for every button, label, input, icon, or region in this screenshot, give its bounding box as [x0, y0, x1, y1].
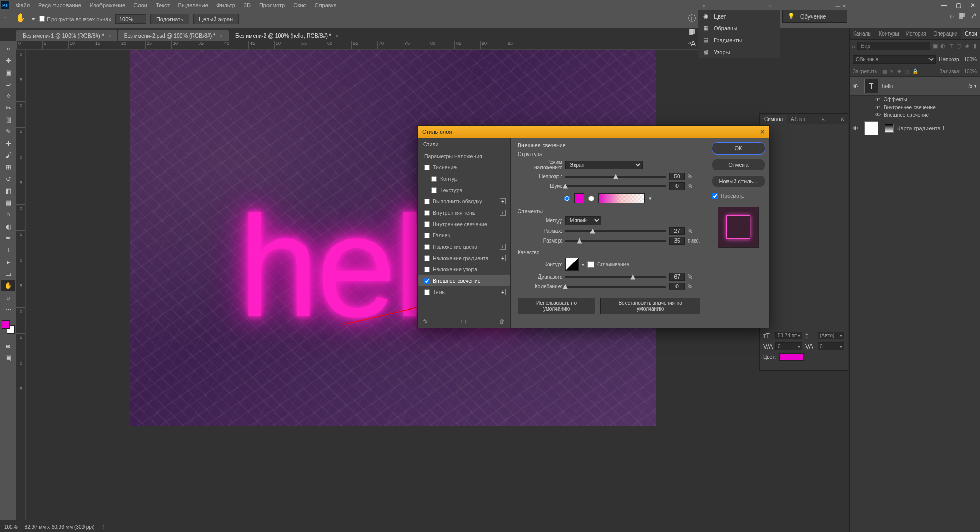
font-size-input[interactable]: 53,74 пт▾ [775, 332, 802, 339]
panel-item-swatches[interactable]: ▦ Образцы [698, 22, 780, 34]
kerning-input[interactable]: 0▾ [775, 342, 802, 350]
maximize-icon[interactable]: ▢ [951, 0, 966, 10]
search-icon[interactable]: ⌕ [950, 11, 954, 20]
foreground-color-swatch[interactable] [2, 320, 10, 329]
panel-item-color[interactable]: ◉ Цвет [698, 10, 780, 22]
noise-input[interactable] [669, 182, 685, 190]
menu-image[interactable]: Изображение [86, 1, 129, 9]
tab-paths[interactable]: Контуры [875, 29, 903, 39]
status-zoom[interactable]: 100% [4, 524, 18, 530]
style-drop-shadow-checkbox[interactable] [424, 289, 430, 295]
pen-tool[interactable]: ✒ [1, 232, 15, 244]
move-tool[interactable]: ✥ [1, 55, 15, 66]
lasso-tool[interactable]: ⊃ [1, 78, 15, 90]
style-pattern-overlay[interactable]: Наложение узора [418, 264, 510, 275]
tab-paragraph[interactable]: Абзац [787, 115, 809, 124]
style-gradient-overlay[interactable]: Наложение градиента + [418, 252, 510, 264]
spread-input[interactable] [669, 227, 685, 235]
ok-button[interactable]: ОК [712, 142, 765, 155]
blur-tool[interactable]: ○ [1, 209, 15, 220]
lock-all-icon[interactable]: 🔒 [912, 68, 918, 74]
layer-effect-outer-glow[interactable]: 👁 Внешнее свечение [850, 111, 980, 119]
fx-icon[interactable]: fx [423, 318, 428, 324]
collapse-icon[interactable]: » [703, 3, 706, 10]
chevron-down-icon[interactable]: ▾ [32, 15, 35, 22]
visibility-toggle-icon[interactable]: 👁 [853, 83, 861, 89]
style-pattern-overlay-checkbox[interactable] [424, 267, 430, 272]
visibility-toggle-icon[interactable]: 👁 [875, 112, 881, 118]
opacity-slider[interactable] [565, 176, 666, 178]
menu-help[interactable]: Справка [311, 1, 341, 9]
path-select-tool[interactable]: ▸ [1, 256, 15, 267]
hand-tool[interactable]: ✋ [1, 280, 15, 291]
healing-tool[interactable]: ✚ [1, 138, 15, 149]
visibility-toggle-icon[interactable]: 👁 [853, 125, 861, 131]
opacity-value[interactable]: 100% [964, 57, 977, 62]
minimize-panel-icon[interactable]: — [835, 3, 840, 9]
menu-file[interactable]: Файл [12, 1, 34, 9]
history-brush-tool[interactable]: ↺ [1, 173, 15, 184]
menu-layers[interactable]: Слои [129, 1, 151, 9]
color-swatches[interactable] [2, 320, 15, 334]
doc-tab-3[interactable]: Без имени-2 @ 100% (hello, RGB/8#) * × [229, 30, 345, 41]
menu-edit[interactable]: Редактирование [34, 1, 86, 9]
close-panel-icon[interactable]: ✕ [842, 3, 846, 9]
text-color-swatch[interactable] [779, 353, 804, 361]
range-slider[interactable] [565, 276, 666, 278]
style-outer-glow-checkbox[interactable] [424, 278, 430, 284]
filter-type-icon[interactable]: T [948, 43, 954, 49]
style-color-overlay-checkbox[interactable] [424, 244, 430, 250]
layer-name[interactable]: hello [882, 83, 968, 89]
lock-brush-icon[interactable]: ✎ [890, 68, 894, 74]
screen-mode-icon[interactable]: ▣ [1, 352, 15, 363]
layers-filter-input[interactable] [857, 42, 930, 50]
cancel-button[interactable]: Отмена [712, 159, 765, 171]
dodge-tool[interactable]: ◐ [1, 220, 15, 232]
glow-color-swatch[interactable] [574, 193, 584, 203]
close-icon[interactable]: ✕ [966, 0, 980, 10]
noise-slider[interactable] [565, 185, 666, 187]
shape-tool[interactable]: ▭ [1, 268, 15, 279]
preview-checkbox[interactable]: Просмотр [712, 193, 765, 199]
home-icon[interactable]: ⌂ [3, 15, 11, 23]
style-color-overlay[interactable]: Наложение цвета + [418, 241, 510, 252]
contour-picker[interactable] [565, 258, 579, 271]
brush-tool[interactable]: 🖌 [1, 149, 15, 161]
layer-row-gradient-map[interactable]: 👁 Карта градиента 1 [850, 119, 980, 138]
doc-tab-2[interactable]: Без имени-2.psd @ 100% (RGB/8#) * × [118, 30, 229, 41]
lock-position-icon[interactable]: ✥ [897, 68, 901, 74]
fit-screen-button[interactable]: Подогнать [150, 14, 189, 24]
lock-pixels-icon[interactable]: ▦ [882, 68, 887, 74]
chevron-down-icon[interactable]: ▾ [582, 262, 584, 267]
workspace-icon[interactable]: ▦ [959, 11, 966, 20]
leading-input[interactable]: (Авто)▾ [818, 332, 844, 339]
close-icon[interactable]: ✕ [759, 128, 765, 136]
style-drop-shadow[interactable]: Тень + [418, 286, 510, 298]
style-texture[interactable]: Текстура [418, 184, 510, 196]
trash-icon[interactable]: 🗑 [499, 318, 505, 324]
doc-tab-1[interactable]: Без имени-1 @ 100% (RGB/8#) * × [16, 30, 117, 41]
collapse-icon[interactable]: » [769, 3, 772, 10]
layer-name[interactable]: Карта градиента 1 [897, 125, 977, 131]
style-satin[interactable]: Глянец [418, 230, 510, 241]
spread-slider[interactable] [565, 230, 666, 232]
fill-value[interactable]: 100% [964, 68, 977, 74]
style-gradient-overlay-checkbox[interactable] [424, 255, 430, 261]
fx-badge-icon[interactable]: fx [968, 83, 972, 89]
jitter-input[interactable] [669, 283, 685, 290]
grid-icon[interactable]: ▦ [689, 27, 696, 36]
style-stroke[interactable]: Выполнить обводку + [418, 196, 510, 207]
add-instance-icon[interactable]: + [500, 210, 506, 216]
style-texture-checkbox[interactable] [431, 187, 437, 193]
full-screen-button[interactable]: Целый экран [193, 14, 239, 24]
menu-view[interactable]: Просмотр [255, 1, 289, 9]
panel-item-learn[interactable]: 💡 Обучение [783, 10, 847, 22]
tab-channels[interactable]: Каналы [850, 29, 875, 39]
move-up-icon[interactable]: ↑ [460, 318, 463, 324]
panel-item-patterns[interactable]: ▧ Узоры [698, 46, 780, 58]
edit-toolbar[interactable]: ⋯ [1, 303, 15, 315]
eyedropper-tool[interactable]: ✎ [1, 126, 15, 137]
menu-3d[interactable]: 3D [240, 1, 255, 9]
dialog-titlebar[interactable]: Стиль слоя ✕ [418, 126, 769, 138]
glow-gradient-picker[interactable] [598, 193, 645, 203]
